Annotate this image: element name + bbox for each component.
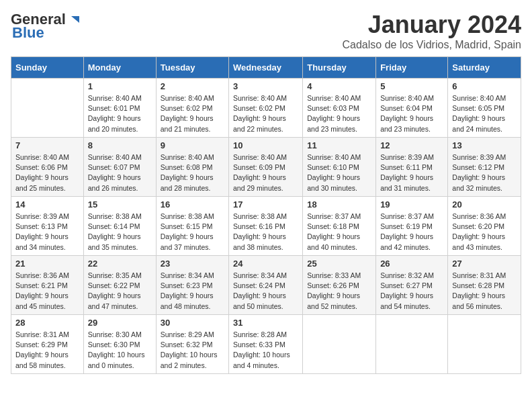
calendar-cell: 5Sunrise: 8:40 AMSunset: 6:04 PMDaylight…: [376, 79, 448, 138]
cell-line: Daylight: 9 hours: [452, 232, 517, 242]
calendar-cell: 4Sunrise: 8:40 AMSunset: 6:03 PMDaylight…: [303, 79, 376, 138]
header-day-monday: Monday: [83, 57, 156, 79]
calendar-cell: 7Sunrise: 8:40 AMSunset: 6:06 PMDaylight…: [11, 138, 84, 197]
cell-line: Sunrise: 8:38 AM: [88, 212, 152, 222]
cell-line: Sunrise: 8:30 AM: [88, 330, 152, 340]
cell-line: Daylight: 9 hours: [307, 113, 371, 124]
cell-content: Sunrise: 8:38 AMSunset: 6:16 PMDaylight:…: [233, 212, 298, 253]
cell-line: and 56 minutes.: [452, 302, 517, 312]
day-number: 4: [307, 81, 371, 91]
day-number: 3: [233, 81, 298, 91]
cell-line: Sunset: 6:06 PM: [15, 163, 79, 173]
cell-content: Sunrise: 8:31 AMSunset: 6:29 PMDaylight:…: [15, 330, 79, 371]
cell-line: Daylight: 9 hours: [161, 232, 224, 242]
cell-line: and 52 minutes.: [307, 302, 371, 312]
cell-line: Daylight: 9 hours: [15, 291, 79, 301]
cell-line: Sunset: 6:26 PM: [307, 281, 371, 291]
cell-line: Sunset: 6:19 PM: [380, 222, 443, 232]
calendar-cell: 14Sunrise: 8:39 AMSunset: 6:13 PMDayligh…: [11, 197, 84, 256]
calendar-cell: 28Sunrise: 8:31 AMSunset: 6:29 PMDayligh…: [11, 315, 84, 374]
cell-line: Sunset: 6:01 PM: [88, 103, 152, 113]
cell-line: Sunset: 6:27 PM: [380, 281, 443, 291]
day-number: 5: [380, 81, 443, 91]
calendar-cell: 11Sunrise: 8:40 AMSunset: 6:10 PMDayligh…: [303, 138, 376, 197]
cell-content: Sunrise: 8:34 AMSunset: 6:24 PMDaylight:…: [233, 271, 298, 312]
cell-line: Sunset: 6:23 PM: [161, 281, 224, 291]
cell-line: Daylight: 9 hours: [452, 173, 517, 183]
cell-content: Sunrise: 8:38 AMSunset: 6:14 PMDaylight:…: [88, 212, 152, 253]
cell-content: Sunrise: 8:38 AMSunset: 6:15 PMDaylight:…: [161, 212, 224, 253]
day-number: 25: [307, 259, 371, 269]
cell-line: Sunset: 6:08 PM: [161, 163, 224, 173]
cell-line: and 31 minutes.: [380, 183, 443, 193]
cell-content: Sunrise: 8:36 AMSunset: 6:20 PMDaylight:…: [452, 212, 517, 253]
calendar-cell: 15Sunrise: 8:38 AMSunset: 6:14 PMDayligh…: [83, 197, 156, 256]
day-number: 2: [161, 81, 224, 91]
cell-line: Sunrise: 8:39 AM: [380, 152, 443, 163]
location-title: Cadalso de los Vidrios, Madrid, Spain: [342, 39, 521, 51]
cell-line: and 43 minutes.: [452, 242, 517, 253]
cell-line: and 23 minutes.: [380, 124, 443, 134]
cell-line: and 48 minutes.: [161, 302, 224, 312]
cell-line: Sunset: 6:32 PM: [161, 340, 224, 350]
calendar-cell: 25Sunrise: 8:33 AMSunset: 6:26 PMDayligh…: [303, 256, 376, 315]
cell-line: Sunrise: 8:33 AM: [307, 271, 371, 281]
cell-line: Daylight: 9 hours: [233, 232, 298, 242]
day-number: 21: [15, 259, 79, 269]
cell-line: and 32 minutes.: [452, 183, 517, 193]
cell-line: and 26 minutes.: [88, 183, 152, 193]
cell-line: Sunrise: 8:40 AM: [307, 93, 371, 103]
cell-line: Daylight: 9 hours: [15, 232, 79, 242]
cell-line: Sunrise: 8:40 AM: [233, 152, 298, 163]
day-number: 19: [380, 199, 443, 210]
day-number: 26: [380, 259, 443, 269]
calendar-cell: 29Sunrise: 8:30 AMSunset: 6:30 PMDayligh…: [83, 315, 156, 374]
cell-line: Sunset: 6:24 PM: [233, 281, 298, 291]
cell-content: Sunrise: 8:33 AMSunset: 6:26 PMDaylight:…: [307, 271, 371, 312]
calendar-cell: 10Sunrise: 8:40 AMSunset: 6:09 PMDayligh…: [229, 138, 303, 197]
header-day-thursday: Thursday: [303, 57, 376, 79]
calendar-cell: [303, 315, 376, 374]
cell-line: Sunset: 6:21 PM: [15, 281, 79, 291]
day-number: 9: [161, 140, 224, 150]
cell-line: Daylight: 9 hours: [161, 173, 224, 183]
cell-line: Sunset: 6:18 PM: [307, 222, 371, 232]
cell-line: Sunrise: 8:29 AM: [161, 330, 224, 340]
cell-line: Sunset: 6:28 PM: [452, 281, 517, 291]
cell-line: Sunrise: 8:40 AM: [380, 93, 443, 103]
cell-content: Sunrise: 8:40 AMSunset: 6:10 PMDaylight:…: [307, 152, 371, 193]
cell-content: Sunrise: 8:40 AMSunset: 6:03 PMDaylight:…: [307, 93, 371, 134]
cell-line: Sunrise: 8:32 AM: [380, 271, 443, 281]
cell-content: Sunrise: 8:30 AMSunset: 6:30 PMDaylight:…: [88, 330, 152, 371]
cell-line: and 0 minutes.: [88, 361, 152, 371]
cell-line: Sunset: 6:29 PM: [15, 340, 79, 350]
cell-line: Sunrise: 8:40 AM: [88, 93, 152, 103]
header-day-sunday: Sunday: [11, 57, 84, 79]
cell-line: Daylight: 9 hours: [88, 173, 152, 183]
cell-line: and 23 minutes.: [307, 124, 371, 134]
cell-content: Sunrise: 8:40 AMSunset: 6:01 PMDaylight:…: [88, 93, 152, 134]
cell-line: Sunset: 6:20 PM: [452, 222, 517, 232]
cell-line: and 42 minutes.: [380, 242, 443, 253]
cell-line: Daylight: 9 hours: [380, 173, 443, 183]
header-day-wednesday: Wednesday: [229, 57, 303, 79]
calendar-cell: 24Sunrise: 8:34 AMSunset: 6:24 PMDayligh…: [229, 256, 303, 315]
day-number: 6: [452, 81, 517, 91]
calendar-header-row: SundayMondayTuesdayWednesdayThursdayFrid…: [11, 57, 521, 79]
day-number: 1: [88, 81, 152, 91]
cell-content: Sunrise: 8:34 AMSunset: 6:23 PMDaylight:…: [161, 271, 224, 312]
cell-line: Sunrise: 8:40 AM: [161, 152, 224, 163]
day-number: 28: [15, 318, 79, 328]
calendar-cell: 26Sunrise: 8:32 AMSunset: 6:27 PMDayligh…: [376, 256, 448, 315]
cell-line: and 40 minutes.: [307, 242, 371, 253]
cell-line: Sunrise: 8:37 AM: [380, 212, 443, 222]
cell-line: Sunrise: 8:39 AM: [15, 212, 79, 222]
cell-line: Sunrise: 8:36 AM: [15, 271, 79, 281]
cell-line: Sunrise: 8:28 AM: [233, 330, 298, 340]
cell-line: Sunrise: 8:35 AM: [88, 271, 152, 281]
logo-icon: [67, 13, 79, 26]
day-number: 24: [233, 259, 298, 269]
cell-line: Sunset: 6:07 PM: [88, 163, 152, 173]
cell-line: and 24 minutes.: [452, 124, 517, 134]
cell-line: Daylight: 9 hours: [88, 232, 152, 242]
